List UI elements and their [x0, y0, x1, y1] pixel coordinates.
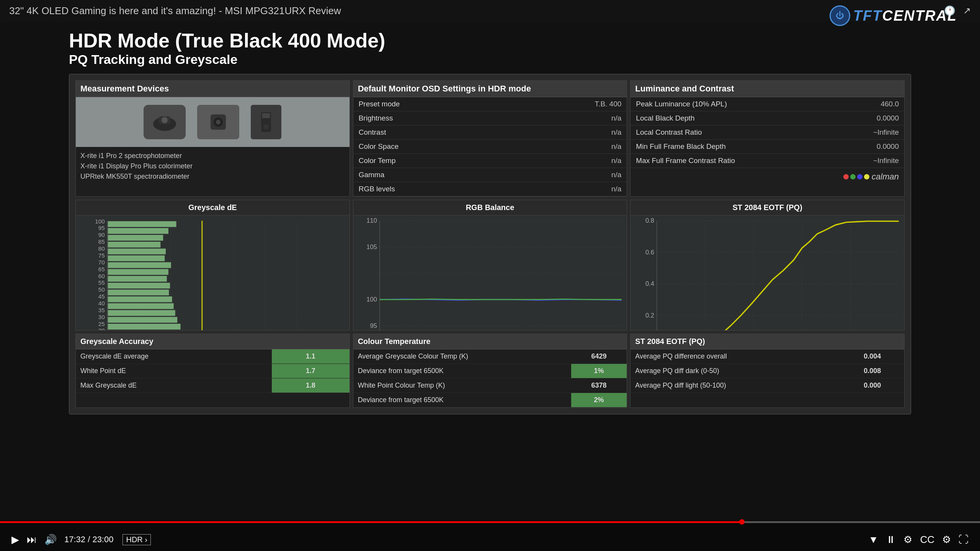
calman-logo: calman — [630, 168, 904, 186]
svg-text:80: 80 — [98, 245, 105, 252]
svg-text:45: 45 — [98, 293, 105, 300]
lum-row-blackdepth: Local Black Depth 0.0000 — [630, 111, 904, 126]
pause-button[interactable]: ⏸ — [886, 534, 896, 546]
pq-label-overall: Average PQ difference overall — [630, 349, 840, 364]
measurement-devices-panel: Measurement Devices — [75, 80, 350, 197]
greyscale-de-title: Greyscale dE — [76, 200, 350, 215]
svg-text:100: 100 — [95, 218, 105, 225]
lum-value-contrast: ~Infinite — [836, 126, 904, 140]
svg-text:70: 70 — [98, 259, 105, 266]
page-title: HDR Mode (True Black 400 Mode) — [69, 29, 911, 52]
gs-acc-value-wp: 1.7 — [272, 364, 350, 378]
device-image-1 — [144, 105, 186, 139]
device-svg-2 — [203, 111, 234, 134]
lum-value-minblack: 0.0000 — [836, 140, 904, 154]
osd-label-rgb: RGB levels — [353, 182, 518, 196]
svg-rect-54 — [108, 276, 167, 282]
osd-row-brightness: Brightness n/a — [353, 111, 627, 126]
svg-point-2 — [162, 117, 168, 123]
osd-label-colortemp: Color Temp — [353, 154, 518, 168]
osd-label-contrast: Contrast — [353, 126, 518, 140]
rgb-balance-title: RGB Balance — [353, 200, 627, 215]
play-button[interactable]: ▶ — [11, 534, 19, 546]
device-svg-3 — [251, 111, 281, 134]
pq-label-light: Average PQ diff light (50-100) — [630, 378, 840, 393]
svg-point-5 — [216, 120, 220, 124]
video-title: 32" 4K OLED Gaming is here and it's amaz… — [9, 5, 341, 17]
page-subtitle: PQ Tracking and Greyscale — [69, 52, 911, 67]
pq-value-light: 0.000 — [841, 378, 904, 393]
next-button[interactable]: ⏭ — [27, 534, 37, 546]
ctrl-right: ▼ ⏸ ⚙ CC ⚙ ⛶ — [869, 534, 969, 546]
video-controls: ▶ ⏭ 🔊 17:32 / 23:00 HDR › ▼ ⏸ ⚙ CC ⚙ ⛶ — [0, 528, 980, 551]
osd-table: Preset mode T.B. 400 Brightness n/a Cont… — [353, 97, 627, 196]
settings-button[interactable]: ⚙ — [903, 534, 912, 546]
tft-central-logo: ⏻ TFTCENTRAL — [830, 5, 957, 26]
rgb-balance-svg: 110 105 100 95 90 0 20 40 60 80 100 — [353, 215, 627, 330]
osd-label-brightness: Brightness — [353, 111, 518, 126]
osd-row-gamma: Gamma n/a — [353, 168, 627, 182]
greyscale-de-svg: 100 95 90 85 80 75 70 65 60 55 50 45 40 … — [76, 215, 350, 330]
osd-value-brightness: n/a — [517, 111, 627, 126]
svg-text:110: 110 — [366, 217, 377, 224]
osd-value-colortemp: n/a — [517, 154, 627, 168]
osd-settings-panel: Default Monitor OSD Settings in HDR mode… — [353, 80, 627, 197]
greyscale-accuracy-table: Greyscale dE average 1.1 White Point dE … — [76, 349, 350, 393]
osd-row-contrast: Contrast n/a — [353, 126, 627, 140]
pq-row-overall: Average PQ difference overall 0.004 — [630, 349, 904, 364]
svg-rect-52 — [108, 262, 171, 268]
lum-value-blackdepth: 0.0000 — [836, 111, 904, 126]
lum-label-blackdepth: Local Black Depth — [630, 111, 836, 126]
svg-rect-58 — [108, 303, 174, 309]
card-container: Measurement Devices — [69, 74, 911, 414]
bottom-panels: Greyscale Accuracy Greyscale dE average … — [75, 334, 905, 408]
pq-label-dark: Average PQ diff dark (0-50) — [630, 364, 840, 378]
lum-row-peak: Peak Luminance (10% APL) 460.0 — [630, 97, 904, 111]
colour-temp-header: Colour Temperature — [353, 334, 627, 349]
progress-bar-fill[interactable] — [0, 521, 742, 523]
lum-label-contrast: Local Contrast Ratio — [630, 126, 836, 140]
ct-row-dev1: Deviance from target 6500K 1% — [353, 364, 627, 378]
svg-text:100: 100 — [366, 296, 377, 303]
gs-acc-value-avg: 1.1 — [272, 349, 350, 364]
calman-dot-blue — [857, 174, 862, 179]
calman-dot-yellow — [864, 174, 869, 179]
svg-text:20: 20 — [98, 327, 105, 330]
gs-acc-label-max: Max Greyscale dE — [76, 378, 272, 393]
calman-text: calman — [872, 172, 899, 182]
svg-rect-49 — [108, 242, 160, 248]
ct-value-dev2: 2% — [571, 393, 627, 408]
osd-row-rgb: RGB levels n/a — [353, 182, 627, 196]
ct-label-dev2: Deviance from target 6500K — [353, 393, 571, 408]
top-panels: Measurement Devices — [75, 80, 905, 197]
quality-button[interactable]: ⚙ — [942, 534, 951, 546]
osd-value-gamma: n/a — [517, 168, 627, 182]
gs-acc-row-wp: White Point dE 1.7 — [76, 364, 350, 378]
rgb-balance-panel: RGB Balance 110 105 — [353, 200, 627, 331]
svg-text:40: 40 — [98, 300, 105, 306]
measurement-devices-header: Measurement Devices — [76, 81, 350, 97]
progress-dot[interactable] — [739, 519, 745, 525]
osd-row-colortemp: Color Temp n/a — [353, 154, 627, 168]
volume-button[interactable]: 🔊 — [44, 534, 57, 546]
hdr-badge[interactable]: HDR › — [122, 534, 151, 545]
svg-rect-48 — [108, 235, 163, 241]
svg-rect-51 — [108, 255, 165, 261]
greyscale-de-panel: Greyscale dE — [75, 200, 350, 331]
ct-label-wp: White Point Colour Temp (K) — [353, 378, 571, 393]
greyscale-accuracy-panel: Greyscale Accuracy Greyscale dE average … — [75, 334, 350, 408]
svg-rect-46 — [108, 221, 176, 227]
colour-temp-table: Average Greyscale Colour Temp (K) 6429 D… — [353, 349, 627, 408]
fullscreen-button[interactable]: ⛶ — [959, 534, 969, 546]
luminance-panel: Luminance and Contrast Peak Luminance (1… — [630, 80, 905, 197]
device-item-1: X-rite i1 Pro 2 spectrophotometer — [80, 151, 345, 161]
svg-text:35: 35 — [98, 307, 105, 313]
lum-row-minblack: Min Full Frame Black Depth 0.0000 — [630, 140, 904, 154]
device-image-2 — [197, 105, 239, 139]
video-bar: ▶ ⏭ 🔊 17:32 / 23:00 HDR › ▼ ⏸ ⚙ CC ⚙ ⛶ — [0, 520, 980, 551]
subtitle-track[interactable]: ▼ — [869, 534, 879, 546]
cc-button[interactable]: CC — [920, 534, 934, 546]
progress-bar-track[interactable] — [0, 521, 980, 523]
ct-label-avg: Average Greyscale Colour Temp (K) — [353, 349, 571, 364]
pq-value-overall: 0.004 — [841, 349, 904, 364]
